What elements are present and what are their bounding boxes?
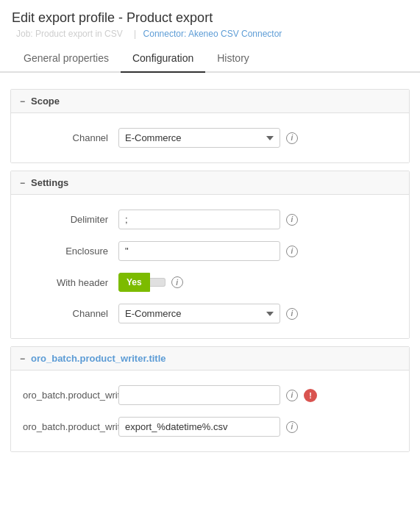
- writer-filename-row: oro_batch.product_writer.fileN i: [11, 411, 409, 443]
- delimiter-row: Delimiter i: [11, 204, 409, 235]
- settings-channel-select[interactable]: E-Commerce Mobile Print: [118, 304, 280, 323]
- with-header-toggle[interactable]: Yes: [118, 273, 165, 292]
- settings-section: − Settings Delimiter i Enclosure i: [10, 171, 410, 339]
- delimiter-info-icon[interactable]: i: [286, 214, 298, 226]
- scope-channel-info-icon[interactable]: i: [286, 132, 298, 144]
- writer-filename-input[interactable]: [118, 417, 280, 437]
- writer-filename-info-icon[interactable]: i: [286, 421, 298, 433]
- with-header-label: With header: [23, 277, 118, 288]
- writer-dir-row: oro_batch.product_writer.dire i !: [11, 379, 409, 411]
- writer-dir-input[interactable]: [118, 385, 280, 405]
- enclosure-label: Enclosure: [23, 246, 118, 257]
- with-header-control: Yes i: [118, 273, 397, 292]
- settings-title: Settings: [31, 177, 68, 188]
- tab-configuration[interactable]: Configuration: [121, 45, 205, 73]
- scope-section-body: Channel E-Commerce Mobile Print i: [11, 113, 409, 162]
- settings-channel-info-icon[interactable]: i: [286, 308, 298, 320]
- delimiter-input[interactable]: [118, 210, 280, 229]
- scope-channel-select[interactable]: E-Commerce Mobile Print: [118, 128, 280, 148]
- enclosure-row: Enclosure i: [11, 235, 409, 267]
- writer-section-body: oro_batch.product_writer.dire i ! oro_ba…: [11, 371, 409, 451]
- page-title: Edit export profile - Product export: [12, 10, 408, 26]
- subtitle-separator: |: [134, 29, 136, 39]
- writer-dir-label: oro_batch.product_writer.dire: [23, 390, 118, 401]
- page-subtitle: Job: Product export in CSV | Connector: …: [12, 29, 408, 39]
- with-header-info-icon[interactable]: i: [171, 276, 183, 288]
- writer-filename-label: oro_batch.product_writer.fileN: [23, 421, 118, 432]
- settings-collapse-icon: −: [20, 178, 25, 188]
- writer-dir-info-icon[interactable]: i: [286, 390, 298, 401]
- delimiter-label: Delimiter: [23, 214, 118, 225]
- writer-collapse-icon: −: [20, 354, 25, 364]
- settings-channel-row: Channel E-Commerce Mobile Print i: [11, 298, 409, 329]
- scope-channel-label: Channel: [23, 132, 118, 143]
- writer-dir-control: i !: [118, 385, 397, 405]
- scope-section-header[interactable]: − Scope: [11, 90, 409, 113]
- enclosure-input[interactable]: [118, 241, 280, 261]
- connector-link[interactable]: Connector: Akeneo CSV Connector: [143, 29, 282, 39]
- scope-collapse-icon: −: [20, 96, 25, 107]
- scope-title: Scope: [31, 96, 60, 107]
- toggle-yes-button[interactable]: Yes: [118, 273, 150, 292]
- main-content: − Scope Channel E-Commerce Mobile Print …: [0, 73, 420, 468]
- tab-history[interactable]: History: [205, 45, 261, 73]
- job-label: Job: Product export in CSV: [16, 29, 123, 39]
- scope-channel-row: Channel E-Commerce Mobile Print i: [11, 122, 409, 154]
- scope-section: − Scope Channel E-Commerce Mobile Print …: [10, 89, 410, 163]
- toggle-no-button[interactable]: [150, 278, 165, 287]
- with-header-row: With header Yes i: [11, 267, 409, 298]
- settings-section-body: Delimiter i Enclosure i With header: [11, 195, 409, 338]
- writer-filename-control: i: [118, 417, 397, 437]
- settings-section-header[interactable]: − Settings: [11, 171, 409, 195]
- tab-general-properties[interactable]: General properties: [12, 45, 121, 73]
- enclosure-control: i: [118, 241, 397, 261]
- page-header: Edit export profile - Product export Job…: [0, 0, 420, 73]
- tab-bar: General properties Configuration History: [0, 45, 420, 73]
- writer-section: − oro_batch.product_writer.title oro_bat…: [10, 346, 410, 452]
- writer-title-link[interactable]: oro_batch.product_writer.title: [31, 353, 165, 364]
- enclosure-info-icon[interactable]: i: [286, 246, 298, 257]
- writer-section-header[interactable]: − oro_batch.product_writer.title: [11, 347, 409, 371]
- scope-channel-control: E-Commerce Mobile Print i: [118, 128, 397, 148]
- delimiter-control: i: [118, 210, 397, 229]
- settings-channel-label: Channel: [23, 308, 118, 319]
- writer-dir-error-icon[interactable]: !: [304, 389, 317, 402]
- settings-channel-control: E-Commerce Mobile Print i: [118, 304, 397, 323]
